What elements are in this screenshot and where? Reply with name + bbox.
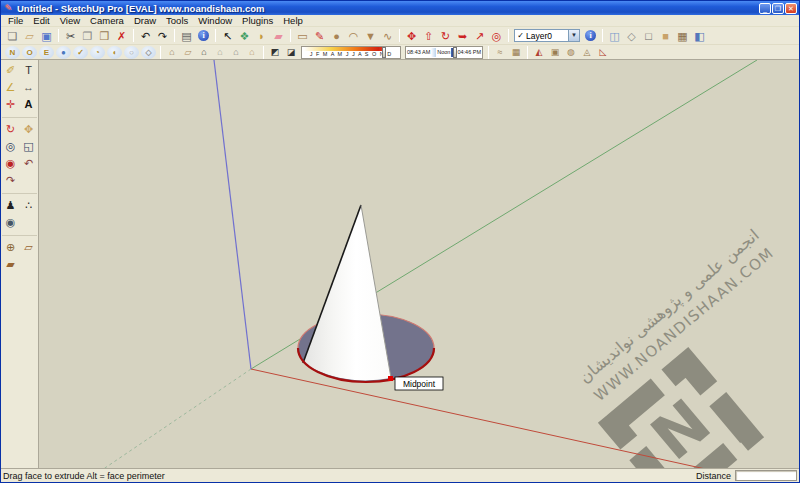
- display-section-planes-button[interactable]: ▱: [20, 239, 37, 255]
- paste-button[interactable]: ❒: [96, 28, 113, 44]
- zoom-extents-button[interactable]: ◉: [2, 155, 19, 171]
- minimize-button[interactable]: _: [759, 3, 771, 14]
- select-tool-button[interactable]: ↖: [219, 28, 236, 44]
- zoom-button[interactable]: ◎: [2, 138, 19, 154]
- orbit-button[interactable]: ↻: [2, 121, 19, 137]
- sandbox-from-contours-button[interactable]: ≈: [492, 46, 508, 59]
- monochrome-style-button[interactable]: ◧: [691, 28, 708, 44]
- menu-help[interactable]: Help: [278, 15, 308, 26]
- plugin-tag-o-button[interactable]: O: [22, 46, 37, 59]
- plugin-diamond-button[interactable]: ◇: [141, 46, 156, 59]
- zoom-window-button[interactable]: ◱: [20, 138, 37, 154]
- plugin-tag-n-button[interactable]: N: [5, 46, 20, 59]
- shadow-dialog-button[interactable]: ◩: [267, 46, 283, 59]
- pushpull-tool-button[interactable]: ⇧: [420, 28, 437, 44]
- move-tool-button[interactable]: ✥: [403, 28, 420, 44]
- sandbox-drape-button[interactable]: ◍: [563, 46, 579, 59]
- redo-button[interactable]: ↷: [154, 28, 171, 44]
- date-slider-thumb[interactable]: [382, 47, 386, 58]
- model-info-button[interactable]: i: [198, 30, 209, 41]
- view-left-button[interactable]: ⌂: [244, 46, 260, 59]
- paint-bucket-button[interactable]: ◗: [253, 28, 270, 44]
- plugin-tag-e-button[interactable]: E: [39, 46, 54, 59]
- position-camera-button[interactable]: ♟: [2, 197, 19, 213]
- view-right-button[interactable]: ⌂: [212, 46, 228, 59]
- menu-tools[interactable]: Tools: [161, 15, 193, 26]
- plugin-circle-button[interactable]: ○: [124, 46, 139, 59]
- walk-button[interactable]: ∴: [20, 197, 37, 213]
- rectangle-tool-button[interactable]: ▭: [294, 28, 311, 44]
- view-back-button[interactable]: ⌂: [228, 46, 244, 59]
- pan-button[interactable]: ✥: [20, 121, 37, 137]
- sandbox-smoove-button[interactable]: ◭: [531, 46, 547, 59]
- save-button[interactable]: ▣: [38, 28, 55, 44]
- text-tool-button[interactable]: T: [20, 62, 37, 78]
- eraser-tool-button[interactable]: ▰: [270, 28, 287, 44]
- new-button[interactable]: ❏: [4, 28, 21, 44]
- sandbox-flip-edge-button[interactable]: ◺: [595, 46, 611, 59]
- line-tool-button[interactable]: ✎: [311, 28, 328, 44]
- shadow-time-slider[interactable]: 08:43 AM Noon 04:46 PM: [405, 46, 483, 59]
- section-plane-button[interactable]: ⊕: [2, 239, 19, 255]
- menu-draw[interactable]: Draw: [129, 15, 161, 26]
- cut-button[interactable]: ✂: [62, 28, 79, 44]
- sandbox-from-scratch-button[interactable]: ▦: [508, 46, 524, 59]
- layer-manager-button[interactable]: i: [585, 30, 596, 41]
- menu-edit[interactable]: Edit: [28, 15, 54, 26]
- view-top-button[interactable]: ▱: [180, 46, 196, 59]
- circle-tool-button[interactable]: ●: [328, 28, 345, 44]
- plugin-sphere-button[interactable]: ●: [56, 46, 71, 59]
- copy-button[interactable]: ❐: [79, 28, 96, 44]
- plugin-check-button[interactable]: ✓: [73, 46, 88, 59]
- layer-dropdown[interactable]: ✓ Layer0 ▼: [514, 29, 580, 42]
- time-slider-thumb[interactable]: [453, 47, 457, 58]
- dimension-button[interactable]: ↔: [20, 79, 37, 95]
- shadow-date-slider[interactable]: J F M A M J J A S O N D: [301, 46, 401, 59]
- separator: [215, 29, 216, 42]
- zoom-next-button[interactable]: ↷: [2, 172, 19, 188]
- freehand-tool-button[interactable]: ∿: [379, 28, 396, 44]
- protractor-button[interactable]: ∠: [2, 79, 19, 95]
- tape-measure-button[interactable]: ✐: [2, 62, 19, 78]
- menu-view[interactable]: View: [55, 15, 85, 26]
- menu-camera[interactable]: Camera: [85, 15, 129, 26]
- plugin-wedge-button[interactable]: ◖: [107, 46, 122, 59]
- arc-tool-button[interactable]: ◠: [345, 28, 362, 44]
- shadow-toggle-button[interactable]: ◪: [283, 46, 299, 59]
- measurement-input[interactable]: [735, 470, 797, 481]
- display-section-cuts-button[interactable]: ▰: [2, 256, 19, 272]
- close-button[interactable]: ✕: [785, 3, 797, 14]
- axes-tool-button[interactable]: ✛: [2, 96, 19, 112]
- undo-button[interactable]: ↶: [137, 28, 154, 44]
- shaded-textures-style-button[interactable]: ▦: [674, 28, 691, 44]
- erase-button[interactable]: ✗: [113, 28, 130, 44]
- menu-plugins[interactable]: Plugins: [237, 15, 278, 26]
- view-front-button[interactable]: ⌂: [196, 46, 212, 59]
- model-viewport[interactable]: انجمن علمی و پژوهشی نواندیشان WWW.NOANDI…: [39, 60, 799, 468]
- shaded-style-button[interactable]: ■: [657, 28, 674, 44]
- scale-tool-button[interactable]: ↗: [471, 28, 488, 44]
- chevron-down-icon[interactable]: ▼: [568, 30, 579, 41]
- restore-button[interactable]: ❐: [772, 3, 784, 14]
- wireframe-style-button[interactable]: ◇: [623, 28, 640, 44]
- view-iso-button[interactable]: ⌂: [164, 46, 180, 59]
- xray-style-button[interactable]: ◫: [606, 28, 623, 44]
- open-button[interactable]: ▱: [21, 28, 38, 44]
- followme-tool-button[interactable]: ➥: [454, 28, 471, 44]
- cone[interactable]: [303, 205, 391, 380]
- zoom-previous-button[interactable]: ↶: [20, 155, 37, 171]
- 3d-text-button[interactable]: A: [20, 96, 37, 112]
- menu-window[interactable]: Window: [193, 15, 237, 26]
- print-button[interactable]: ▤: [178, 28, 195, 44]
- offset-tool-button[interactable]: ◎: [488, 28, 505, 44]
- polygon-tool-button[interactable]: ▼: [362, 28, 379, 44]
- sandbox-add-detail-button[interactable]: ◬: [579, 46, 595, 59]
- menu-file[interactable]: File: [3, 15, 28, 26]
- plugin-pie-button[interactable]: ◔: [90, 46, 105, 59]
- rotate-tool-button[interactable]: ↻: [437, 28, 454, 44]
- viewport-canvas[interactable]: انجمن علمی و پژوهشی نواندیشان WWW.NOANDI…: [39, 60, 799, 468]
- make-component-button[interactable]: ❖: [236, 28, 253, 44]
- look-around-button[interactable]: ◉: [2, 214, 19, 230]
- sandbox-stamp-button[interactable]: ▣: [547, 46, 563, 59]
- hidden-line-style-button[interactable]: □: [640, 28, 657, 44]
